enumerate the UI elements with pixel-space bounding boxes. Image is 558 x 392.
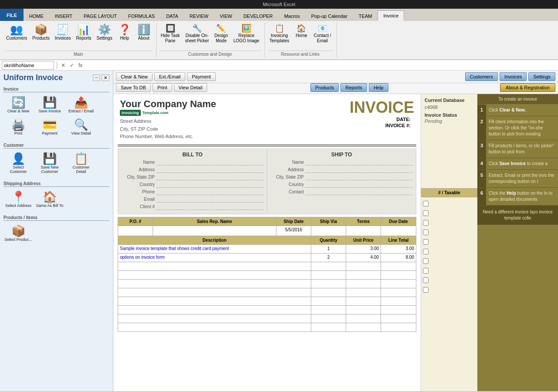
ribbon-replace-logo-btn[interactable]: 🖼️ ReplaceLOGO Image	[231, 24, 261, 44]
ribbon-about-btn[interactable]: ℹ️ About	[135, 24, 153, 42]
taxable-cb-6[interactable]	[423, 249, 429, 254]
item4-desc[interactable]	[118, 271, 311, 279]
taxable-cb-4[interactable]	[423, 230, 429, 235]
save-to-db-btn[interactable]: Save To DB	[116, 83, 151, 92]
item9-price[interactable]	[346, 314, 381, 323]
customers-btn[interactable]: Customers	[465, 72, 498, 81]
item3-desc[interactable]	[118, 262, 311, 270]
sidebar-item-select-address[interactable]: 📍 Select Address	[3, 189, 33, 210]
item4-total[interactable]	[381, 271, 416, 279]
item3-price[interactable]	[346, 262, 381, 270]
item5-total[interactable]	[381, 280, 416, 288]
ext-email-btn[interactable]: Ext./Email	[154, 72, 186, 81]
taxable-cb-8[interactable]	[423, 268, 429, 274]
item9-desc[interactable]	[118, 314, 311, 323]
taxable-cb-9[interactable]	[423, 277, 429, 283]
formula-confirm-btn[interactable]: ✓	[68, 62, 75, 69]
ribbon-design-mode-btn[interactable]: ✏️ DesignMode	[212, 24, 230, 44]
item10-price[interactable]	[346, 323, 381, 331]
po-val-terms[interactable]	[346, 226, 381, 236]
invoices-btn[interactable]: Invoices	[500, 72, 527, 81]
po-val-po[interactable]	[118, 226, 153, 236]
item8-qty[interactable]	[311, 306, 346, 314]
tab-file[interactable]: FILE	[0, 9, 24, 21]
tab-invoice[interactable]: Invoice	[378, 10, 404, 21]
po-val-due-date[interactable]	[381, 226, 416, 236]
tab-review[interactable]: REVIEW	[184, 10, 214, 21]
reports-btn[interactable]: Reports	[340, 83, 367, 92]
sidebar-item-save-new-customer[interactable]: 💾 Save New Customer	[35, 151, 65, 176]
ship-csz-input[interactable]	[306, 174, 412, 180]
item10-total[interactable]	[381, 323, 416, 331]
item7-desc[interactable]	[118, 297, 311, 305]
item5-price[interactable]	[346, 280, 381, 288]
sidebar-item-payment[interactable]: 💳 Payment	[35, 117, 65, 138]
tab-page-layout[interactable]: PAGE LAYOUT	[78, 10, 122, 21]
help-btn[interactable]: Help	[369, 83, 388, 92]
products-btn[interactable]: Products	[310, 83, 339, 92]
item4-qty[interactable]	[311, 271, 346, 279]
item3-qty[interactable]	[311, 262, 346, 270]
formula-input[interactable]	[85, 63, 556, 68]
po-val-rep[interactable]	[153, 226, 276, 236]
print-btn[interactable]: Print	[153, 83, 172, 92]
bill-name-input[interactable]	[157, 159, 263, 166]
tab-insert[interactable]: INSERT	[49, 10, 78, 21]
item8-total[interactable]	[381, 306, 416, 314]
tab-team[interactable]: TEAM	[353, 10, 378, 21]
ribbon-help-btn[interactable]: ❓ Help	[116, 24, 133, 42]
ribbon-customers-btn[interactable]: 👥 Customers	[4, 24, 29, 42]
sidebar-close-btn[interactable]: ✕	[102, 74, 109, 81]
formula-cancel-btn[interactable]: ✕	[60, 62, 67, 69]
sidebar-item-extract-email[interactable]: 📤 Extract / Email	[66, 95, 96, 115]
about-registration-btn[interactable]: About & Registration	[500, 83, 555, 92]
ship-country-input[interactable]	[306, 182, 412, 188]
bill-email-input[interactable]	[157, 196, 263, 203]
item9-qty[interactable]	[311, 314, 346, 323]
taxable-cb-7[interactable]	[423, 258, 429, 264]
bill-client-num-input[interactable]	[157, 204, 263, 210]
ship-name-input[interactable]	[306, 159, 412, 166]
tab-popup-calendar[interactable]: Pop-up Calendar	[306, 10, 353, 21]
item5-desc[interactable]	[118, 280, 311, 288]
item7-total[interactable]	[381, 297, 416, 305]
item6-price[interactable]	[346, 288, 381, 297]
ribbon-invoicing-templates-btn[interactable]: 📋 InvoicingTemplates	[268, 24, 291, 44]
ship-contact-input[interactable]	[306, 189, 412, 195]
taxable-cb-2[interactable]	[423, 210, 429, 216]
ribbon-disable-onsheet-btn[interactable]: 🔧 Disable On-sheet Picker	[183, 24, 211, 44]
view-detail-btn[interactable]: View Detail	[174, 83, 208, 92]
item7-qty[interactable]	[311, 297, 346, 305]
po-val-ship-via[interactable]	[311, 226, 346, 236]
payment-btn[interactable]: Payment	[187, 72, 215, 81]
ship-address-input[interactable]	[306, 167, 412, 173]
settings-btn[interactable]: Settings	[528, 72, 555, 81]
taxable-cb-3[interactable]	[423, 220, 429, 226]
tab-data[interactable]: DATA	[160, 10, 184, 21]
item4-price[interactable]	[346, 271, 381, 279]
item10-qty[interactable]	[311, 323, 346, 331]
item9-total[interactable]	[381, 314, 416, 323]
bill-country-input[interactable]	[157, 182, 263, 188]
item6-desc[interactable]	[118, 288, 311, 297]
sidebar-item-save-invoice[interactable]: 💾 Save Invoice	[35, 95, 65, 115]
taxable-cb-5[interactable]	[423, 239, 429, 245]
ribbon-contact-email-btn[interactable]: 📧 Contact /Email	[312, 24, 333, 44]
bill-phone-input[interactable]	[157, 189, 263, 195]
item5-qty[interactable]	[311, 280, 346, 288]
sidebar-item-view-detail[interactable]: 🔍 View Detail	[66, 117, 96, 138]
taxable-cb-10[interactable]	[423, 287, 429, 293]
ribbon-reports-btn[interactable]: 📊 Reports	[75, 24, 93, 42]
tab-home[interactable]: HOME	[24, 10, 49, 21]
item6-qty[interactable]	[311, 288, 346, 297]
sidebar-item-select-product[interactable]: 📦 Select Produc...	[3, 223, 33, 244]
item3-total[interactable]	[381, 262, 416, 270]
tab-formulas[interactable]: FORMULAS	[122, 10, 160, 21]
ribbon-settings-btn[interactable]: ⚙️ Settings	[95, 24, 114, 42]
item8-price[interactable]	[346, 306, 381, 314]
tab-view[interactable]: VIEW	[214, 10, 238, 21]
item8-desc[interactable]	[118, 306, 311, 314]
tab-macros[interactable]: Macros	[279, 10, 306, 21]
ribbon-home-btn[interactable]: 🏠 Home	[293, 24, 310, 39]
sidebar-item-clear-new[interactable]: 🔄 Clear & New	[3, 95, 33, 115]
